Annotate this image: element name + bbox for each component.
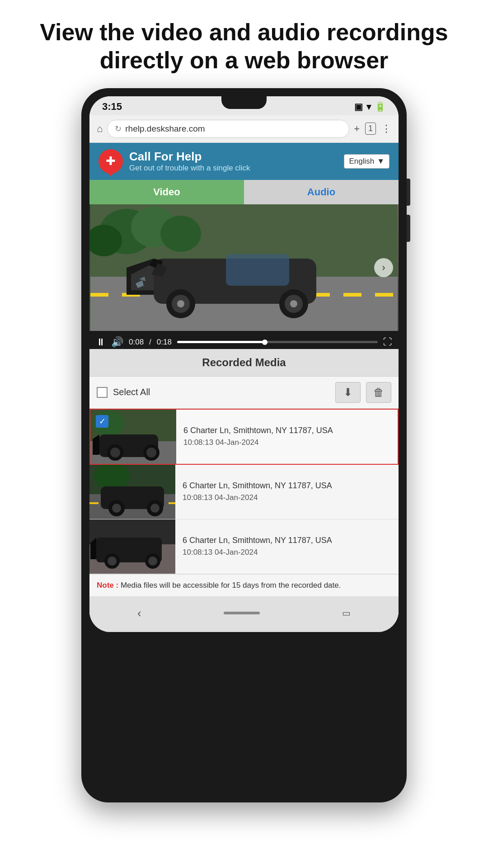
- next-video-button[interactable]: ›: [374, 258, 393, 277]
- progress-fill: [177, 341, 267, 343]
- item-1-checkbox[interactable]: ✓: [96, 415, 108, 428]
- media-location-2: 6 Charter Ln, Smithtown, NY 11787, USA: [183, 481, 391, 491]
- url-text: rhelp.deskshare.com: [125, 124, 205, 134]
- recorded-media-title: Recorded Media: [202, 356, 286, 368]
- recents-button[interactable]: ▭: [328, 604, 364, 622]
- status-icons: ▣ ▾ 🔋: [354, 101, 386, 112]
- time-divider: /: [149, 338, 151, 347]
- svg-point-26: [110, 448, 120, 458]
- tab-audio[interactable]: Audio: [244, 180, 399, 204]
- select-all-checkbox[interactable]: [97, 387, 108, 398]
- menu-icon[interactable]: ⋮: [381, 123, 391, 135]
- volume-button[interactable]: 🔊: [111, 336, 123, 348]
- browser-bar: ⌂ ↻ rhelp.deskshare.com + 1 ⋮: [89, 115, 399, 143]
- status-time: 3:15: [102, 101, 122, 113]
- page-title: View the video and audio recordings dire…: [13, 0, 475, 88]
- home-icon[interactable]: ⌂: [97, 123, 103, 135]
- media-timestamp-3: 10:08:13 04-Jan-2024: [183, 548, 391, 557]
- media-item[interactable]: 6 Charter Ln, Smithtown, NY 11787, USA 1…: [89, 465, 399, 519]
- pause-button[interactable]: ⏸: [96, 336, 106, 348]
- app-header: ✚ Call For Help Get out of trouble with …: [89, 143, 399, 180]
- video-controls: ⏸ 🔊 0:08 / 0:18 ⛶: [89, 331, 399, 349]
- current-time: 0:08: [129, 338, 144, 347]
- media-thumb-2: [89, 465, 175, 519]
- recorded-media-header: Recorded Media: [89, 349, 399, 377]
- app-header-text: Call For Help Get out of trouble with a …: [129, 150, 250, 173]
- phone-screen: 3:15 ▣ ▾ 🔋 ⌂ ↻ rhelp.deskshare.com + 1 ⋮: [89, 96, 399, 632]
- signal-icon: ▣: [354, 101, 363, 112]
- delete-icon: 🗑: [373, 386, 384, 399]
- wifi-icon: ▾: [366, 101, 371, 112]
- delete-button[interactable]: 🗑: [366, 382, 391, 403]
- svg-point-3: [160, 216, 201, 252]
- volume-up-button[interactable]: [407, 179, 410, 206]
- download-icon: ⬇: [343, 386, 352, 399]
- media-list: ✓ 6 Charter Ln,: [89, 409, 399, 574]
- select-all-label: Select All: [113, 387, 150, 397]
- svg-rect-10: [226, 254, 289, 286]
- notch: [221, 96, 267, 109]
- tab-count-icon[interactable]: 1: [365, 123, 376, 135]
- media-timestamp-1: 10:08:13 04-Jan-2024: [183, 438, 390, 447]
- svg-point-36: [112, 504, 121, 513]
- svg-point-38: [150, 504, 160, 513]
- language-value: English: [349, 157, 374, 166]
- media-timestamp-2: 10:08:13 04-Jan-2024: [183, 493, 391, 502]
- note-text: Media files will be accessible for 15 da…: [121, 581, 341, 590]
- svg-point-18: [290, 300, 297, 307]
- browser-actions: + 1 ⋮: [354, 123, 391, 135]
- volume-down-button[interactable]: [407, 215, 410, 242]
- dropdown-arrow-icon: ▼: [377, 157, 385, 166]
- note-label: Note :: [97, 581, 121, 590]
- fullscreen-button[interactable]: ⛶: [383, 337, 392, 347]
- app-logo: ✚: [99, 149, 123, 174]
- media-toolbar: Select All ⬇ 🗑: [89, 377, 399, 409]
- total-time: 0:18: [157, 338, 172, 347]
- app-name: Call For Help: [129, 150, 250, 164]
- download-button[interactable]: ⬇: [335, 382, 361, 403]
- phone-shell: 3:15 ▣ ▾ 🔋 ⌂ ↻ rhelp.deskshare.com + 1 ⋮: [81, 88, 407, 802]
- url-bar[interactable]: ↻ rhelp.deskshare.com: [107, 120, 349, 138]
- battery-icon: 🔋: [375, 101, 386, 112]
- phone-bottom-nav: ‹ ▭: [89, 596, 399, 632]
- media-info-1: 6 Charter Ln, Smithtown, NY 11787, USA 1…: [176, 410, 398, 464]
- media-location-3: 6 Charter Ln, Smithtown, NY 11787, USA: [183, 536, 391, 545]
- svg-point-43: [108, 557, 117, 566]
- media-location-1: 6 Charter Ln, Smithtown, NY 11787, USA: [183, 426, 390, 435]
- new-tab-icon[interactable]: +: [354, 123, 360, 135]
- media-info-3: 6 Charter Ln, Smithtown, NY 11787, USA 1…: [175, 519, 399, 574]
- progress-bar[interactable]: [177, 341, 378, 343]
- home-pill[interactable]: [224, 612, 260, 614]
- svg-point-15: [177, 300, 184, 307]
- language-selector[interactable]: English ▼: [344, 154, 389, 169]
- refresh-icon: ↻: [115, 124, 122, 134]
- note-bar: Note : Media files will be accessible fo…: [89, 574, 399, 596]
- status-bar: 3:15 ▣ ▾ 🔋: [89, 96, 399, 115]
- svg-point-28: [146, 448, 156, 458]
- tab-video[interactable]: Video: [89, 180, 244, 204]
- svg-point-45: [148, 557, 157, 566]
- progress-thumb: [262, 340, 267, 345]
- back-button[interactable]: ‹: [124, 603, 155, 624]
- app-header-left: ✚ Call For Help Get out of trouble with …: [99, 149, 250, 174]
- app-tabs: Video Audio: [89, 180, 399, 204]
- checkbox-checked-icon: ✓: [96, 415, 108, 428]
- app-tagline: Get out of trouble with a single click: [129, 164, 250, 173]
- video-player: › ⏸ 🔊 0:08 / 0:18 ⛶: [89, 204, 399, 349]
- media-info-2: 6 Charter Ln, Smithtown, NY 11787, USA 1…: [175, 465, 399, 519]
- video-thumbnail: ›: [89, 204, 399, 331]
- media-item[interactable]: 6 Charter Ln, Smithtown, NY 11787, USA 1…: [89, 519, 399, 574]
- media-thumb-3: [89, 519, 175, 574]
- media-item[interactable]: ✓ 6 Charter Ln,: [89, 409, 399, 465]
